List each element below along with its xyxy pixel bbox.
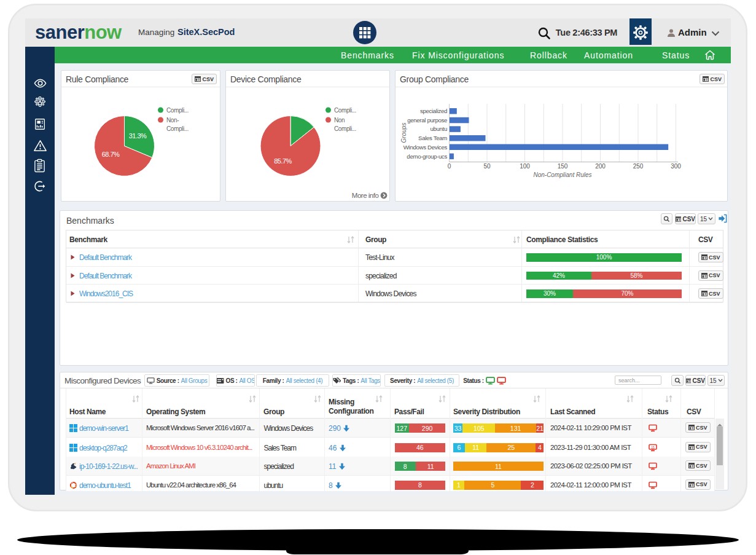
svg-text:15: 15: [651, 445, 655, 449]
svg-text:Compli...: Compli...: [334, 125, 356, 132]
svg-text:Groups: Groups: [400, 123, 407, 143]
svg-text:Compli...: Compli...: [166, 107, 189, 114]
svg-text:300: 300: [671, 163, 681, 170]
svg-text:Sales Team: Sales Team: [418, 135, 447, 141]
svg-text:0: 0: [448, 163, 451, 170]
svg-text:31.3%: 31.3%: [129, 132, 147, 140]
svg-text:Windows Devices: Windows Devices: [403, 144, 448, 151]
svg-text:50: 50: [483, 163, 491, 170]
svg-text:200: 200: [595, 163, 606, 170]
svg-text:Compli...: Compli...: [166, 125, 189, 132]
svg-text:100: 100: [520, 163, 530, 170]
svg-text:68.7%: 68.7%: [102, 151, 120, 158]
svg-text:specialized: specialized: [420, 108, 447, 114]
svg-text:85.7%: 85.7%: [274, 157, 292, 165]
svg-text:Compli...: Compli...: [334, 107, 356, 114]
svg-text:Non-: Non-: [166, 117, 179, 124]
svg-text:Non-Compliant Rules: Non-Compliant Rules: [533, 171, 591, 178]
svg-text:150: 150: [558, 163, 568, 170]
svg-text:demo-group-ucs: demo-group-ucs: [407, 153, 447, 160]
svg-text:general purpose: general purpose: [407, 117, 447, 124]
svg-text:ubuntu: ubuntu: [430, 125, 447, 132]
svg-text:250: 250: [633, 163, 644, 170]
svg-text:Non: Non: [334, 117, 345, 124]
